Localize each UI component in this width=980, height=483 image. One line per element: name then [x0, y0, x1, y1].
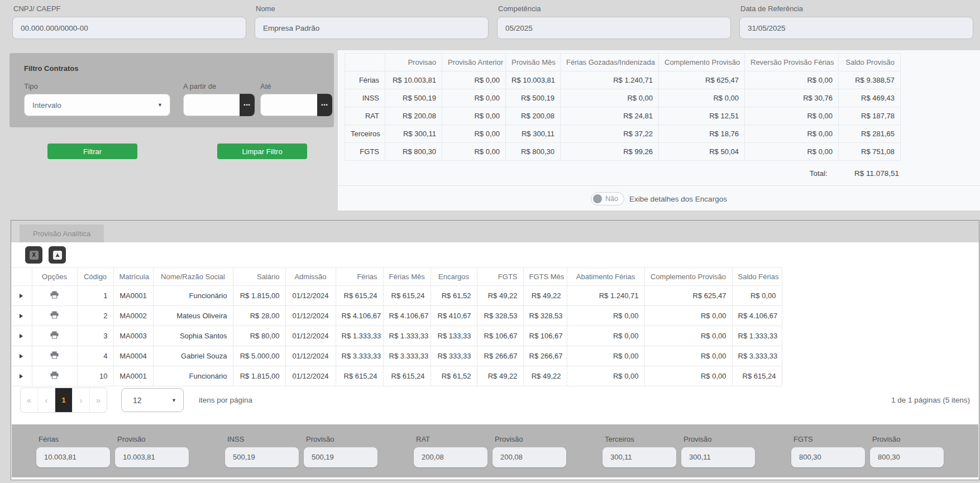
analytic-col-header: FGTS Mês [523, 268, 567, 286]
summary-cell: R$ 0,00 [442, 107, 506, 125]
footer-group: FGTS800,30Provisão800,30 [791, 435, 944, 467]
total-value: R$ 11.078,51 [854, 169, 899, 178]
nome-input[interactable]: Empresa Padrão [255, 17, 489, 39]
tab-provisao-analitica[interactable]: Provisão Analítica [20, 224, 104, 242]
summary-cell: R$ 500,19 [385, 89, 442, 107]
analytic-col-filler [782, 268, 979, 286]
summary-cell: R$ 1.240,71 [561, 71, 659, 89]
excel-icon: X [30, 251, 39, 260]
analytic-cell: R$ 133,33 [431, 326, 477, 346]
first-page-button[interactable]: « [21, 388, 37, 412]
footer-field-label: Terceiros [605, 435, 676, 443]
expand-row-icon[interactable] [20, 314, 23, 318]
from-date-picker-button[interactable]: ••• [240, 94, 255, 116]
footer-field-label: Provisão [117, 435, 189, 443]
next-page-button[interactable]: › [72, 388, 89, 412]
export-pdf-button[interactable] [49, 246, 66, 264]
analytic-cell: R$ 0,00 [567, 346, 644, 366]
analytic-cell: R$ 3.333,33 [383, 346, 431, 366]
footer-field-input[interactable]: 300,11 [603, 447, 676, 467]
competencia-input[interactable]: 05/2025 [497, 17, 731, 39]
last-page-button[interactable]: » [89, 388, 107, 412]
footer-field-input[interactable]: 10.003,81 [115, 447, 189, 467]
analytic-cell: R$ 615,24 [383, 286, 431, 306]
summary-row-label: FGTS [345, 143, 385, 161]
summary-cell: R$ 0,00 [745, 125, 839, 143]
print-button[interactable] [50, 352, 59, 361]
analytic-cell: R$ 1.240,71 [567, 286, 644, 306]
footer-field-input[interactable]: 200,08 [414, 447, 487, 467]
to-label: Até [260, 82, 271, 90]
footer-field-input[interactable]: 800,30 [791, 447, 865, 467]
total-label: Total: [810, 169, 828, 178]
summary-row: FériasR$ 10.003,81R$ 0,00R$ 10.003,81R$ … [345, 71, 901, 89]
summary-col-header: Provisão Anterior [442, 54, 506, 71]
analytic-cell: R$ 61,52 [431, 286, 477, 306]
page-size-select[interactable]: 12 ▼ [121, 388, 184, 412]
chevron-down-icon: ▼ [157, 102, 162, 108]
print-button[interactable] [50, 372, 59, 381]
summary-cell: R$ 0,00 [745, 107, 839, 125]
analytic-cell: MA0004 [113, 346, 153, 366]
footer-field-input[interactable]: 200,08 [493, 447, 566, 467]
to-date-picker-button[interactable]: ••• [317, 94, 332, 116]
data-referencia-input[interactable]: 31/05/2025 [739, 17, 973, 39]
print-button[interactable] [50, 292, 59, 300]
from-date-input[interactable]: ••• [183, 94, 255, 116]
tipo-select-value: Intervalo [32, 101, 61, 109]
summary-cell: R$ 300,11 [385, 125, 442, 143]
print-button[interactable] [50, 312, 59, 321]
table-row: 3MA0003Sophia SantosR$ 80,0001/12/2024R$… [11, 326, 979, 346]
export-excel-button[interactable]: X [25, 246, 42, 264]
page: CNPJ/ CAEPF 00.000.000/0000-00 Nome Empr… [0, 0, 980, 483]
encargos-toggle[interactable]: Não [591, 192, 624, 205]
expand-row-icon[interactable] [20, 334, 23, 338]
print-button[interactable] [50, 332, 59, 341]
analytic-cell: R$ 49,22 [477, 286, 523, 306]
analytic-cell: R$ 28,00 [233, 306, 285, 326]
options-cell [32, 306, 77, 326]
footer-field-label: INSS [227, 435, 299, 443]
analytic-col-header: FGTS [477, 268, 523, 286]
expand-cell [11, 326, 32, 346]
tipo-select[interactable]: Intervalo ▼ [24, 94, 170, 116]
to-date-input[interactable]: ••• [260, 94, 332, 116]
summary-cell: R$ 281,65 [839, 125, 901, 143]
analytic-cell: 4 [77, 346, 113, 366]
summary-col-header: Provisão Mês [506, 54, 561, 71]
analytic-cell: R$ 61,52 [431, 366, 477, 386]
limpar-filtro-button[interactable]: Limpar Filtro [217, 144, 307, 159]
analytic-cell: Sophia Santos [153, 326, 233, 346]
footer-field-input[interactable]: 10.003,81 [36, 447, 110, 467]
summary-cell: R$ 0,00 [659, 89, 745, 107]
footer-group: RAT200,08Provisão200,08 [414, 435, 566, 467]
summary-row-label: RAT [345, 107, 385, 125]
analytic-cell: 10 [77, 366, 113, 386]
analytic-cell: R$ 1.333,33 [383, 326, 431, 346]
table-row: 10MA0001FuncionárioR$ 1.815,0001/12/2024… [11, 366, 979, 386]
expand-row-icon[interactable] [20, 354, 23, 358]
cnpj-input[interactable]: 00.000.000/0000-00 [12, 17, 246, 39]
prev-page-button[interactable]: ‹ [37, 388, 55, 412]
data-referencia-label: Data de Referência [740, 4, 973, 13]
analytic-cell: R$ 1.333,33 [732, 326, 782, 346]
summary-cell: R$ 800,30 [506, 143, 561, 161]
expand-cell [11, 306, 32, 326]
summary-total-row: Total: R$ 11.078,51 [338, 169, 899, 178]
footer-field-input[interactable]: 300,11 [681, 447, 755, 467]
footer-field-input[interactable]: 800,30 [870, 447, 944, 467]
summary-divider [338, 185, 980, 186]
summary-cell: R$ 9.388,57 [839, 71, 901, 89]
footer-field-input[interactable]: 500,19 [304, 447, 377, 467]
footer-field-input[interactable]: 500,19 [225, 447, 299, 467]
footer-provisao-field: Provisão200,08 [493, 435, 566, 467]
expand-row-icon[interactable] [20, 374, 23, 379]
expand-row-icon[interactable] [20, 294, 23, 298]
tab-strip: Provisão Analítica [11, 221, 979, 242]
current-page-button[interactable]: 1 [55, 388, 72, 412]
analytic-col-header: Encargos [431, 268, 477, 286]
filtrar-button[interactable]: Filtrar [47, 144, 137, 159]
analytic-cell: R$ 0,00 [644, 346, 732, 366]
analytic-col-header: Nome/Razão Social [153, 268, 233, 286]
footer-provisao-field: Provisão10.003,81 [115, 435, 189, 467]
